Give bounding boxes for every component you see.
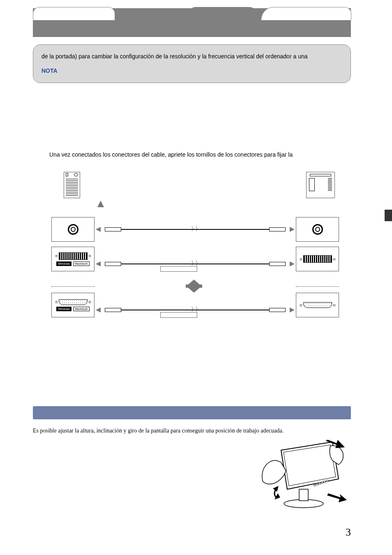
arrow-right-icon [290, 308, 295, 312]
arrow-right-icon [290, 227, 295, 232]
header-tab-strip [33, 8, 351, 37]
svg-rect-8 [324, 481, 325, 483]
svg-rect-5 [316, 483, 318, 485]
side-thumb-tab [385, 210, 392, 221]
port-coax-right [296, 217, 339, 242]
cable-row-vga: ◎ ◎ Windows Macintosh 〉〉 ◎ ◎ [51, 293, 339, 327]
cable-dvi: 〉〉 [101, 261, 290, 267]
port-vga-right: ◎ ◎ [296, 293, 339, 317]
os-tag-mac: Macintosh [73, 307, 90, 311]
page-number: 3 [346, 526, 351, 539]
cable-row-dvi: ◎ ◎ Windows Macintosh 〉〉 ◎ ◎ [51, 247, 339, 281]
device-rear-monitor-icon [64, 172, 80, 198]
tab-1 [33, 7, 115, 20]
dvi-port-icon [303, 255, 332, 263]
arrow-up-icon [97, 201, 104, 207]
dotted-divider [51, 286, 95, 287]
tab-2-active [189, 7, 261, 20]
os-tag-mac: Macintosh [73, 261, 90, 266]
cable-coax: 〉〉 [101, 227, 290, 232]
os-tag-windows: Windows [56, 307, 71, 311]
note-box: de la portada) para cambiar la configura… [33, 44, 351, 83]
arrow-right-icon [290, 261, 295, 266]
arrow-left-icon [96, 227, 101, 232]
dvi-port-icon [59, 252, 88, 260]
cable-vga: 〉〉 [101, 307, 290, 313]
coax-port-icon [68, 224, 78, 235]
section-body-text: Es posible ajustar la altura, inclinació… [33, 428, 351, 434]
connection-diagram: 〉〉 ◎ ◎ Windows Macintosh 〉〉 [51, 164, 339, 370]
cable-dvi-label [160, 266, 197, 272]
section-heading-bar [33, 406, 351, 419]
tab-3 [261, 7, 351, 20]
device-rear-pc-icon [306, 172, 335, 198]
svg-rect-1 [299, 489, 308, 501]
note-text: de la portada) para cambiar la configura… [42, 52, 342, 61]
port-dvi-left: ◎ ◎ Windows Macintosh [51, 247, 95, 271]
dotted-divider [296, 286, 339, 287]
cable-row-coax: 〉〉 [51, 217, 339, 242]
arrow-left-icon [96, 261, 101, 266]
coax-port-icon [312, 224, 323, 235]
svg-rect-4 [314, 484, 316, 486]
port-coax-left [51, 217, 95, 242]
vga-port-icon [303, 302, 332, 308]
os-tag-windows: Windows [56, 261, 71, 266]
port-vga-left: ◎ ◎ Windows Macintosh [51, 293, 95, 317]
port-dvi-right: ◎ ◎ [296, 247, 339, 271]
svg-rect-9 [326, 480, 328, 482]
instruction-text: Una vez conectados los conectores del ca… [49, 151, 355, 158]
note-label: NOTA [42, 67, 342, 75]
monitor-adjust-illustration [256, 440, 347, 510]
svg-rect-7 [321, 482, 323, 483]
vga-port-icon [59, 299, 88, 305]
svg-rect-6 [319, 483, 321, 484]
or-arrow-icon [188, 280, 202, 293]
arrow-left-icon [96, 308, 101, 312]
cable-vga-label [160, 312, 197, 318]
